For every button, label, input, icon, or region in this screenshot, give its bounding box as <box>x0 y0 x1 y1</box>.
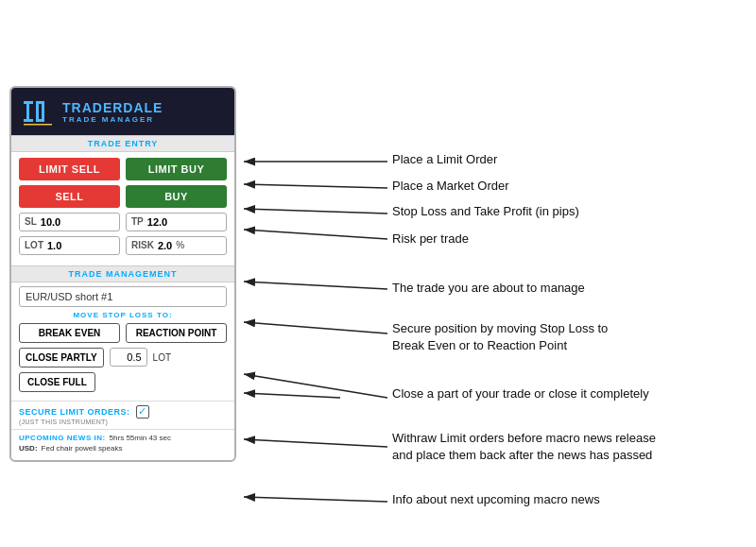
annotation-market-order: Place a Market Order <box>392 177 509 194</box>
annotation-stop-loss: Secure position by moving Stop Loss toBr… <box>392 320 713 354</box>
tp-input[interactable]: TP 12.0 <box>126 213 227 231</box>
annotation-close: Close a part of your trade or close it c… <box>392 385 713 402</box>
svg-rect-6 <box>36 119 44 122</box>
risk-label: RISK <box>131 240 154 250</box>
reaction-point-button[interactable]: REACTION POINT <box>126 323 227 343</box>
upcoming-news-section: UPCOMING NEWS IN: 5hrs 55min 43 sec USD:… <box>11 429 234 460</box>
sl-tp-row: SL 10.0 TP 12.0 <box>19 213 227 231</box>
close-partly-row: CLOSE PARTLY LOT <box>19 348 227 368</box>
lot-unit-label: LOT <box>153 352 171 363</box>
brand-text: TRADERDALE TRADE MANAGER <box>62 100 163 124</box>
news-label: UPCOMING NEWS IN: <box>19 434 106 442</box>
secure-limit-label: SECURE LIMIT ORDERS: <box>19 407 130 417</box>
svg-line-15 <box>244 322 387 333</box>
annotation-secure-text: Withraw Limit orders before macro news r… <box>392 430 713 464</box>
annotation-limit-order: Place a Limit Order <box>392 150 497 167</box>
limit-order-row: LIMIT SELL LIMIT BUY <box>19 158 227 180</box>
sl-value: 10.0 <box>41 216 60 228</box>
annotation-stop-loss-text: Secure position by moving Stop Loss toBr… <box>392 320 713 354</box>
svg-line-16 <box>244 374 387 398</box>
lot-input[interactable]: LOT 1.0 <box>19 236 120 255</box>
annotation-sl-tp-text: Stop Loss and Take Profit (in pips) <box>392 204 579 218</box>
checkmark-icon: ✓ <box>138 406 146 417</box>
break-even-button[interactable]: BREAK EVEN <box>19 323 120 343</box>
trade-manager-panel: TRADERDALE TRADE MANAGER TRADE ENTRY LIM… <box>9 86 236 462</box>
secure-limit-sublabel: (JUST THIS INSTRUMENT) <box>19 419 227 425</box>
annotation-news-text: Info about next upcoming macro news <box>392 492 600 506</box>
news-time-row: UPCOMING NEWS IN: 5hrs 55min 43 sec <box>19 434 227 442</box>
sl-label: SL <box>25 216 37 227</box>
close-full-button[interactable]: CLOSE FULL <box>19 372 95 392</box>
news-description: Fed chair powell speaks <box>42 444 123 453</box>
trade-management-section: EUR/USD short #1 MOVE STOP LOSS TO: BREA… <box>11 282 234 401</box>
close-partly-lot-input[interactable] <box>110 348 147 367</box>
risk-value: 2.0 <box>158 240 172 251</box>
logo-icon <box>21 95 55 129</box>
svg-rect-5 <box>36 101 44 104</box>
svg-line-11 <box>244 184 387 188</box>
svg-line-19 <box>244 497 387 502</box>
news-time: 5hrs 55min 43 sec <box>110 434 171 442</box>
limit-buy-button[interactable]: LIMIT BUY <box>126 158 227 180</box>
trade-management-label: TRADE MANAGEMENT <box>11 265 234 282</box>
annotation-secure: Withraw Limit orders before macro news r… <box>392 430 713 464</box>
trade-entry-label: TRADE ENTRY <box>11 135 234 152</box>
market-order-row: SELL BUY <box>19 185 227 208</box>
sell-button[interactable]: SELL <box>19 185 120 208</box>
tp-value: 12.0 <box>147 216 167 228</box>
secure-limit-checkbox[interactable]: ✓ <box>136 405 149 419</box>
annotation-market-order-text: Place a Market Order <box>392 179 509 193</box>
annotation-sl-tp: Stop Loss and Take Profit (in pips) <box>392 202 579 219</box>
sl-input[interactable]: SL 10.0 <box>19 213 120 231</box>
annotation-trade-selector: The trade you are about to manage <box>392 279 585 296</box>
svg-rect-3 <box>24 119 33 122</box>
brand-subtitle: TRADE MANAGER <box>62 115 163 124</box>
trade-selector[interactable]: EUR/USD short #1 <box>19 286 227 307</box>
trade-entry-section: LIMIT SELL LIMIT BUY SELL BUY SL 10.0 TP… <box>11 152 234 265</box>
tp-label: TP <box>131 216 144 227</box>
limit-sell-button[interactable]: LIMIT SELL <box>19 158 120 180</box>
risk-unit: % <box>176 240 184 250</box>
secure-limit-row: SECURE LIMIT ORDERS: ✓ <box>19 405 227 419</box>
svg-line-13 <box>244 230 387 239</box>
lot-risk-row: LOT 1.0 RISK 2.0 % <box>19 236 227 255</box>
brand-name: TRADERDALE <box>62 100 163 115</box>
annotation-close-text: Close a part of your trade or close it c… <box>392 386 649 401</box>
news-desc-row: USD: Fed chair powell speaks <box>19 444 227 453</box>
secure-limit-section: SECURE LIMIT ORDERS: ✓ (JUST THIS INSTRU… <box>11 401 234 429</box>
panel-header: TRADERDALE TRADE MANAGER <box>11 88 234 135</box>
move-stop-label: MOVE STOP LOSS TO: <box>19 311 227 319</box>
annotation-risk: Risk per trade <box>392 230 469 247</box>
svg-line-12 <box>244 209 387 214</box>
annotation-limit-order-text: Place a Limit Order <box>392 152 497 166</box>
close-partly-button[interactable]: CLOSE PARTLY <box>19 348 104 368</box>
risk-input[interactable]: RISK 2.0 % <box>126 236 227 255</box>
annotation-trade-selector-text: The trade you are about to manage <box>392 281 585 295</box>
svg-rect-4 <box>36 101 39 122</box>
svg-rect-8 <box>24 124 52 126</box>
news-currency: USD: <box>19 444 38 453</box>
stop-btn-row: BREAK EVEN REACTION POINT <box>19 323 227 343</box>
svg-line-14 <box>244 282 387 289</box>
lot-label: LOT <box>25 240 43 250</box>
svg-line-17 <box>244 393 340 398</box>
svg-rect-2 <box>26 101 29 122</box>
annotation-news: Info about next upcoming macro news <box>392 490 600 507</box>
buy-button[interactable]: BUY <box>126 185 227 208</box>
lot-value: 1.0 <box>47 240 61 251</box>
svg-rect-7 <box>42 104 44 119</box>
svg-line-18 <box>244 439 387 447</box>
annotation-risk-text: Risk per trade <box>392 231 469 246</box>
